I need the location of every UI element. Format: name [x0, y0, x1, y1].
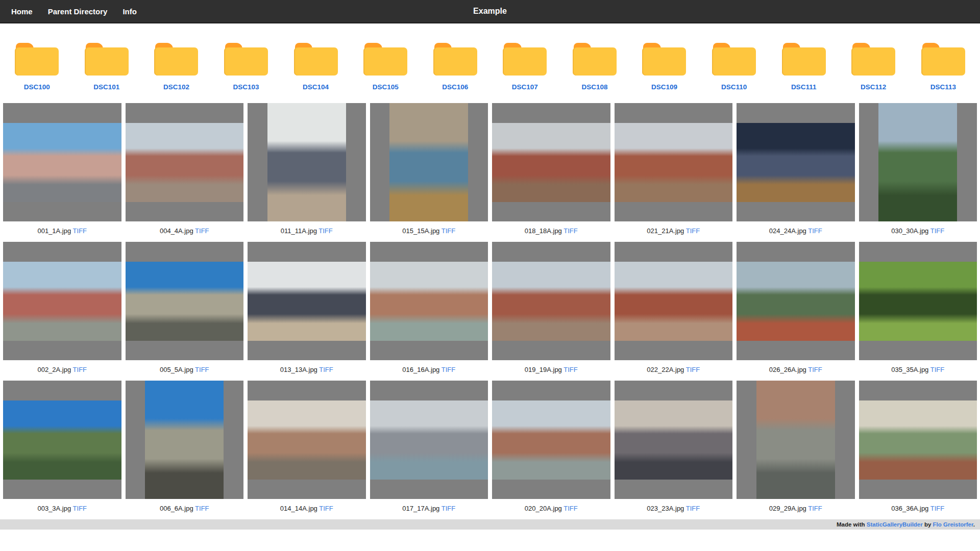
- tiff-link[interactable]: TIFF: [73, 227, 87, 235]
- photo-thumbnail[interactable]: [492, 400, 610, 480]
- thumbnail-caption: 022_22A.jpg TIFF: [615, 360, 733, 381]
- photo-thumbnail[interactable]: [3, 400, 121, 480]
- photo-thumbnail[interactable]: [145, 381, 224, 499]
- photo-thumbnail[interactable]: [615, 262, 733, 341]
- photo-thumbnail[interactable]: [492, 262, 610, 341]
- folder-item[interactable]: DSC107: [490, 43, 560, 91]
- thumbnail-cell: [126, 103, 244, 221]
- tiff-link[interactable]: TIFF: [73, 366, 87, 373]
- folder-label: DSC107: [512, 83, 538, 91]
- photo-thumbnail[interactable]: [126, 262, 244, 341]
- tiff-link[interactable]: TIFF: [930, 227, 944, 235]
- nav-item-info[interactable]: Info: [122, 7, 137, 16]
- thumbnail-figure: 024_24A.jpg TIFF: [737, 103, 855, 242]
- folder-item[interactable]: DSC104: [281, 43, 351, 91]
- thumbnail-cell: [492, 381, 610, 499]
- folder-icon: [782, 43, 826, 76]
- tiff-link[interactable]: TIFF: [195, 505, 209, 512]
- folder-item[interactable]: DSC113: [909, 43, 978, 91]
- tiff-link[interactable]: TIFF: [686, 505, 700, 512]
- tiff-link[interactable]: TIFF: [319, 366, 333, 373]
- photo-thumbnail[interactable]: [389, 103, 468, 221]
- tiff-link[interactable]: TIFF: [686, 227, 700, 235]
- thumbnail-figure: 011_11A.jpg TIFF: [248, 103, 366, 242]
- folder-item[interactable]: DSC102: [141, 43, 211, 91]
- tiff-link[interactable]: TIFF: [442, 505, 455, 512]
- nav-item-parent-directory[interactable]: Parent Directory: [48, 7, 108, 16]
- thumbnail-caption: 020_20A.jpg TIFF: [492, 499, 610, 519]
- filename-label: 023_23A.jpg: [647, 505, 684, 512]
- photo-thumbnail[interactable]: [370, 262, 488, 341]
- gallery-grid: 001_1A.jpg TIFF 004_4A.jpg TIFF 011_11A.…: [0, 103, 980, 519]
- folder-item[interactable]: DSC109: [629, 43, 699, 91]
- photo-thumbnail[interactable]: [492, 123, 610, 202]
- thumbnail-cell: [248, 242, 366, 360]
- tiff-link[interactable]: TIFF: [686, 366, 700, 373]
- tiff-link[interactable]: TIFF: [195, 227, 209, 235]
- thumbnail-cell: [3, 381, 121, 499]
- thumbnail-caption: 026_26A.jpg TIFF: [737, 360, 855, 381]
- folder-item[interactable]: DSC100: [2, 43, 72, 91]
- tiff-link[interactable]: TIFF: [442, 366, 455, 373]
- photo-thumbnail[interactable]: [859, 400, 977, 480]
- tiff-link[interactable]: TIFF: [930, 505, 944, 512]
- photo-thumbnail[interactable]: [248, 262, 366, 341]
- thumbnail-cell: [3, 242, 121, 360]
- thumbnail-figure: 018_18A.jpg TIFF: [492, 103, 610, 242]
- filename-label: 029_29A.jpg: [769, 505, 806, 512]
- folder-item[interactable]: DSC112: [839, 43, 909, 91]
- tiff-link[interactable]: TIFF: [808, 227, 822, 235]
- tiff-link[interactable]: TIFF: [564, 366, 577, 373]
- nav-item-home[interactable]: Home: [11, 7, 33, 16]
- thumbnail-cell: [737, 103, 855, 221]
- photo-thumbnail[interactable]: [859, 262, 977, 341]
- folder-item[interactable]: DSC106: [420, 43, 490, 91]
- photo-thumbnail[interactable]: [370, 400, 488, 480]
- thumbnail-figure: 003_3A.jpg TIFF: [3, 381, 121, 519]
- thumbnail-caption: 001_1A.jpg TIFF: [3, 221, 121, 242]
- thumbnail-caption: 030_30A.jpg TIFF: [859, 221, 977, 242]
- folder-item[interactable]: DSC110: [699, 43, 769, 91]
- author-link[interactable]: Flo Greistorfer: [933, 521, 973, 528]
- photo-thumbnail[interactable]: [737, 123, 855, 202]
- tiff-link[interactable]: TIFF: [442, 227, 455, 235]
- folder-item[interactable]: DSC105: [351, 43, 421, 91]
- filename-label: 035_35A.jpg: [891, 366, 928, 373]
- thumbnail-figure: 004_4A.jpg TIFF: [126, 103, 244, 242]
- thumbnail-cell: [859, 242, 977, 360]
- folder-item[interactable]: DSC101: [72, 43, 142, 91]
- tiff-link[interactable]: TIFF: [808, 366, 822, 373]
- folder-item[interactable]: DSC103: [211, 43, 281, 91]
- tiff-link[interactable]: TIFF: [564, 505, 577, 512]
- tiff-link[interactable]: TIFF: [319, 505, 333, 512]
- thumbnail-caption: 005_5A.jpg TIFF: [126, 360, 244, 381]
- folder-item[interactable]: DSC108: [560, 43, 630, 91]
- photo-thumbnail[interactable]: [248, 400, 366, 480]
- tiff-link[interactable]: TIFF: [808, 505, 822, 512]
- builder-link[interactable]: StaticGalleryBuilder: [867, 521, 923, 528]
- photo-thumbnail[interactable]: [737, 262, 855, 341]
- folder-label: DSC112: [861, 83, 886, 91]
- photo-thumbnail[interactable]: [3, 262, 121, 341]
- photo-thumbnail[interactable]: [615, 400, 733, 480]
- tiff-link[interactable]: TIFF: [73, 505, 87, 512]
- photo-thumbnail[interactable]: [756, 381, 835, 499]
- folder-icon: [154, 43, 198, 76]
- tiff-link[interactable]: TIFF: [318, 227, 332, 235]
- thumbnail-cell: [737, 381, 855, 499]
- photo-thumbnail[interactable]: [615, 123, 733, 202]
- folder-body-shape: [15, 47, 59, 76]
- tiff-link[interactable]: TIFF: [564, 227, 577, 235]
- folder-icon: [433, 43, 477, 76]
- photo-thumbnail[interactable]: [267, 103, 346, 221]
- tiff-link[interactable]: TIFF: [195, 366, 209, 373]
- folder-item[interactable]: DSC111: [769, 43, 839, 91]
- thumbnail-figure: 017_17A.jpg TIFF: [370, 381, 488, 519]
- tiff-link[interactable]: TIFF: [930, 366, 944, 373]
- photo-thumbnail[interactable]: [3, 123, 121, 202]
- filename-label: 036_36A.jpg: [891, 505, 928, 512]
- filename-label: 004_4A.jpg: [160, 227, 193, 235]
- photo-thumbnail[interactable]: [126, 123, 244, 202]
- filename-label: 018_18A.jpg: [525, 227, 562, 235]
- photo-thumbnail[interactable]: [878, 103, 957, 221]
